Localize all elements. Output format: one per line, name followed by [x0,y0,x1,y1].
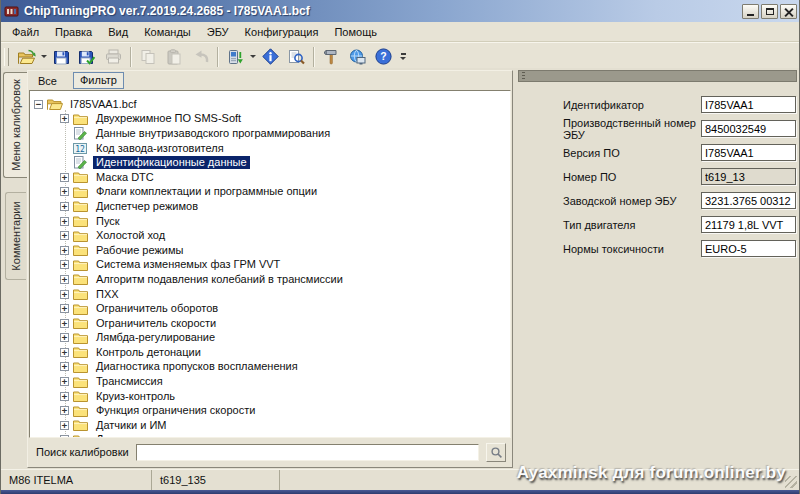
internet-icon [349,49,366,65]
tree-tab-0[interactable]: Все [32,74,63,89]
panel-grip-icon [522,72,525,81]
tree-row[interactable]: +Пуск [32,214,508,229]
tree-row[interactable]: +Лямбда-регулирование [32,331,508,346]
close-button[interactable] [780,4,797,19]
expand-plus-icon[interactable]: + [60,217,69,226]
folder-icon [73,346,90,358]
toolbar-overflow-button[interactable] [400,45,406,69]
help-button[interactable]: ? [370,45,396,69]
expand-plus-icon[interactable]: + [60,187,69,196]
menu-item-5[interactable]: Конфигурация [237,23,327,41]
tree-row[interactable]: Данные внутризаводского программирования [32,126,508,141]
tree-row[interactable]: +Система изменяемых фаз ГРМ VVT [32,258,508,273]
field-input-5[interactable] [701,216,796,233]
tree-row[interactable]: +Трансмиссия [32,374,508,389]
expand-plus-icon[interactable]: + [60,304,69,313]
menu-item-2[interactable]: Вид [100,23,136,41]
expand-plus-icon[interactable]: + [60,377,69,386]
tree-item-label: Лямбда-регулирование [93,331,218,344]
tree-item-label: Система изменяемых фаз ГРМ VVT [93,258,283,271]
expand-plus-icon[interactable]: + [60,246,69,255]
ecu-connect-button[interactable] [222,45,248,69]
chevron-down-icon [400,57,406,60]
toolbar-separator [130,47,131,67]
folder-icon [73,186,90,198]
minimize-button[interactable] [742,4,759,19]
expand-plus-icon[interactable]: + [60,290,69,299]
expand-plus-icon[interactable]: + [60,421,69,430]
field-label: Производственный номер ЭБУ [563,117,701,141]
tree-row[interactable]: +ПХХ [32,287,508,302]
expand-plus-icon[interactable]: + [60,406,69,415]
tree-row[interactable]: +Рабочие режимы [32,243,508,258]
expand-plus-icon[interactable]: + [60,114,69,123]
tree-row[interactable]: +Холостой ход [32,228,508,243]
maximize-button[interactable] [761,4,778,19]
tree-row[interactable]: +Датчики и ИМ [32,418,508,433]
field-input-2[interactable] [701,144,796,161]
open-file-button[interactable] [13,45,39,69]
folder-icon [73,303,90,315]
tree-row[interactable]: +Диагностика пропусков воспламенения [32,360,508,375]
tree-item-label: Круиз-контроль [93,390,178,403]
expand-plus-icon[interactable]: + [60,231,69,240]
expand-plus-icon[interactable]: + [60,435,69,438]
tree-row[interactable]: +Флаги комплектации и программные опции [32,185,508,200]
calibration-tree: −I785VAA1.bcf+Двухрежимное ПО SMS-SoftДа… [29,90,511,438]
tree-row[interactable]: +Диспетчер режимов [32,199,508,214]
tree-row[interactable]: −I785VAA1.bcf [32,97,508,112]
save-button[interactable] [48,45,74,69]
expand-plus-icon[interactable]: + [60,260,69,269]
menu-item-1[interactable]: Правка [47,23,100,41]
field-input-4[interactable] [701,192,796,209]
folder-icon [73,244,90,256]
info-button[interactable] [257,45,283,69]
expand-plus-icon[interactable]: + [60,275,69,284]
tree-row[interactable]: Идентификационные данные [32,155,508,170]
expand-plus-icon[interactable]: + [60,319,69,328]
collapse-minus-icon[interactable]: − [34,100,43,109]
search-view-icon [288,49,305,65]
expand-plus-icon[interactable]: + [60,348,69,357]
resize-grip[interactable] [785,476,797,488]
save-as-button[interactable] [74,45,100,69]
tree-row[interactable]: +Диагностика [32,433,508,438]
toolbar-grip[interactable] [4,48,9,66]
tree-row[interactable]: +Алгоритм подавления колебаний в трансми… [32,272,508,287]
expand-plus-icon[interactable]: + [60,173,69,182]
tools-button[interactable] [318,45,344,69]
tree-row[interactable]: +Ограничитель оборотов [32,301,508,316]
tree-row[interactable]: +Маска DTC [32,170,508,185]
expand-plus-icon[interactable]: + [60,333,69,342]
tree-row[interactable]: +Двухрежимное ПО SMS-Soft [32,112,508,127]
menu-item-0[interactable]: Файл [4,23,47,41]
tree-tab-1[interactable]: Фильтр [73,72,124,89]
menu-item-3[interactable]: Команды [136,23,199,41]
ecu-connect-dropdown[interactable] [248,45,257,69]
tree-item-label: Маска DTC [93,171,157,184]
expand-plus-icon[interactable]: + [60,362,69,371]
field-input-0[interactable] [701,96,796,113]
menu-item-4[interactable]: ЭБУ [199,23,237,41]
field-input-6[interactable] [701,240,796,257]
search-input[interactable] [136,444,479,461]
tree-row[interactable]: 12Код завода-изготовителя [32,141,508,156]
expand-plus-icon[interactable]: + [60,392,69,401]
sidebar-tab-1[interactable]: Комментарии [5,192,26,280]
panel-header-bar[interactable] [518,70,797,82]
field-input-1[interactable] [701,120,796,137]
tree-row[interactable]: +Круиз-контроль [32,389,508,404]
field-input-3[interactable] [701,168,796,185]
tree-row[interactable]: +Функция ограничения скорости [32,403,508,418]
expand-plus-icon[interactable]: + [60,202,69,211]
search-view-button[interactable] [283,45,309,69]
search-button[interactable] [486,443,506,462]
menu-item-6[interactable]: Помощь [326,23,385,41]
internet-button[interactable] [344,45,370,69]
tree-item-label: Код завода-изготовителя [93,142,227,155]
field-row: Заводской номер ЭБУ [563,192,797,209]
tree-row[interactable]: +Контроль детонации [32,345,508,360]
sidebar-tab-0[interactable]: Меню калибровок [3,72,27,178]
open-file-dropdown[interactable] [39,45,48,69]
tree-row[interactable]: +Ограничитель скорости [32,316,508,331]
